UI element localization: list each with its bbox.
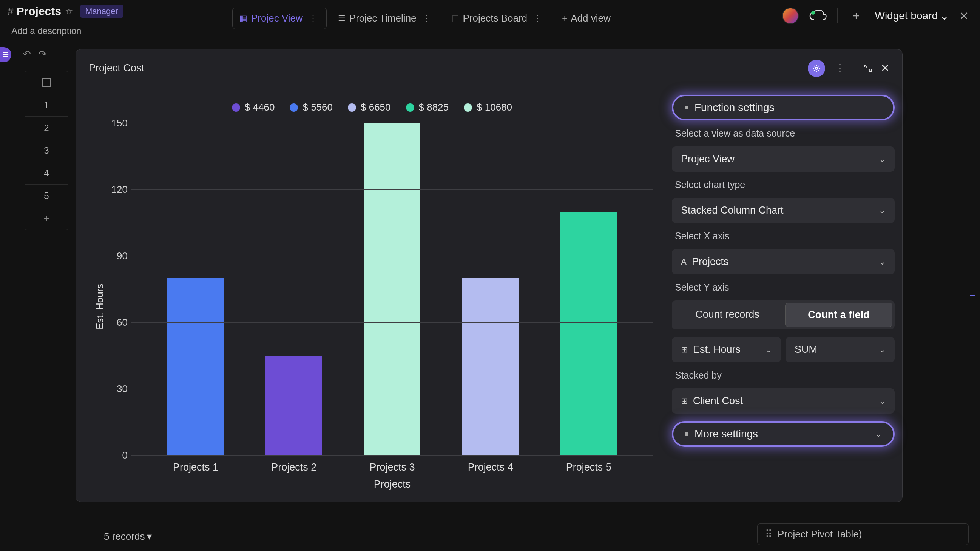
records-count-label: 5 records (104, 530, 145, 542)
y-tick-label: 60 (109, 317, 128, 328)
view-tab-timeline[interactable]: ☰ Projec Timeline ⋮ (331, 8, 440, 29)
x-axis-ticks: Projects 1Projects 2Projects 3Projects 4… (131, 456, 653, 473)
star-icon[interactable]: ☆ (65, 6, 73, 17)
chevron-down-icon: ⌄ (940, 10, 949, 22)
data-source-select[interactable]: Projec View ⌄ (672, 146, 895, 172)
tab-menu-icon[interactable]: ⋮ (420, 14, 433, 24)
x-axis-label: Projects (131, 478, 653, 490)
y-tick-label: 0 (109, 449, 128, 461)
chevron-down-icon: ⌄ (879, 154, 886, 164)
chart-bar[interactable] (266, 356, 322, 455)
records-count[interactable]: 5 records ▾ (11, 530, 152, 542)
page-title: Projects (17, 5, 61, 18)
row-numbers-column: 1 2 3 4 5 + (25, 71, 68, 230)
widget-board-label: Widget board (875, 10, 938, 22)
stacked-by-select[interactable]: ⊞ Client Cost ⌄ (672, 388, 895, 414)
view-tab-label: Projec Timeline (349, 13, 417, 24)
legend-label: $ 10680 (477, 102, 512, 113)
view-tab-projec-view[interactable]: ▦ Projec View ⋮ (232, 8, 327, 29)
formula-field-icon: ⊞ (681, 396, 688, 406)
legend-label: $ 8825 (419, 102, 449, 113)
settings-button[interactable] (808, 60, 825, 77)
row-number[interactable]: 3 (25, 139, 68, 162)
svg-point-0 (811, 11, 815, 15)
resize-handle[interactable] (970, 508, 975, 513)
y-axis-label: Est. Hours (91, 123, 109, 490)
timeline-icon: ☰ (338, 14, 345, 24)
select-value: Stacked Column Chart (681, 205, 784, 216)
add-row-button[interactable]: + (25, 207, 68, 230)
stacked-by-label: Stacked by (672, 370, 895, 381)
select-value: SUM (795, 344, 817, 356)
legend-item[interactable]: $ 5560 (290, 102, 333, 113)
legend-item[interactable]: $ 4460 (232, 102, 275, 113)
tab-menu-icon[interactable]: ⋮ (531, 14, 544, 24)
x-axis-select[interactable]: A̲ Projects ⌄ (672, 249, 895, 275)
close-button[interactable]: ✕ (881, 62, 889, 75)
widget-board-dropdown[interactable]: Widget board ⌄ (875, 10, 949, 22)
sync-cloud-icon[interactable] (809, 10, 827, 22)
add-widget-button[interactable]: + (848, 9, 864, 23)
row-number[interactable]: 2 (25, 117, 68, 139)
undo-button[interactable]: ↶ (23, 48, 31, 60)
legend-item[interactable]: $ 8825 (406, 102, 449, 113)
settings-panel: Function settings Select a view as data … (668, 87, 902, 502)
chart-bar[interactable] (364, 123, 420, 455)
row-number[interactable]: 5 (25, 184, 68, 207)
chart-bar[interactable] (560, 212, 617, 455)
more-settings-section[interactable]: More settings ⌄ (672, 421, 895, 447)
y-axis-mode-segment: Count records Count a field (672, 300, 895, 329)
bullet-icon (685, 432, 689, 436)
legend-dot-icon (464, 103, 472, 112)
sidebar-toggle[interactable] (0, 47, 11, 62)
add-view-label: Add view (571, 13, 611, 24)
x-tick-label: Projects 5 (566, 462, 611, 473)
chart-area: $ 4460$ 5560$ 6650$ 8825$ 10680 Est. Hou… (76, 87, 668, 502)
legend-label: $ 5560 (302, 102, 333, 113)
topright-controls: + Widget board ⌄ ✕ (782, 8, 969, 24)
count-records-option[interactable]: Count records (674, 303, 781, 327)
legend-dot-icon (232, 103, 240, 112)
more-options-button[interactable]: ⋮ (834, 62, 846, 74)
select-all-checkbox[interactable] (25, 71, 68, 94)
y-field-select[interactable]: ⊞ Est. Hours ⌄ (672, 337, 781, 362)
undo-redo: ↶ ↷ (23, 48, 47, 60)
section-title: Function settings (695, 102, 775, 114)
y-tick-label: 150 (109, 118, 128, 129)
y-tick-label: 90 (109, 250, 128, 262)
chart-bar[interactable] (462, 278, 519, 455)
legend-label: $ 4460 (245, 102, 275, 113)
x-tick-label: Projects 1 (173, 462, 218, 473)
pivot-label: Project Pivot Table) (778, 528, 862, 540)
close-panel-button[interactable]: ✕ (959, 10, 969, 23)
count-field-option[interactable]: Count a field (785, 303, 892, 327)
tab-menu-icon[interactable]: ⋮ (307, 14, 320, 24)
legend-item[interactable]: $ 6650 (348, 102, 391, 113)
y-agg-select[interactable]: SUM ⌄ (786, 337, 895, 362)
avatar[interactable] (782, 8, 799, 24)
formula-field-icon: ⊞ (681, 345, 688, 355)
section-title: More settings (695, 428, 758, 440)
chevron-down-icon: ⌄ (879, 396, 886, 406)
modal-header: Project Cost ⋮ ✕ (76, 49, 902, 87)
hash-icon: # (8, 5, 14, 17)
view-tab-board[interactable]: ◫ Projects Board ⋮ (444, 8, 551, 29)
function-settings-section[interactable]: Function settings (672, 95, 895, 121)
drag-handle-icon[interactable]: ⠿ (765, 528, 773, 540)
expand-button[interactable] (863, 64, 872, 73)
chart-type-select[interactable]: Stacked Column Chart ⌄ (672, 198, 895, 223)
redo-button[interactable]: ↷ (38, 48, 47, 60)
pivot-table-widget[interactable]: ⠿ Project Pivot Table) (757, 524, 969, 545)
chart-plot-area: 0306090120150 (131, 123, 653, 456)
views-row: ▦ Projec View ⋮ ☰ Projec Timeline ⋮ ◫ Pr… (232, 8, 617, 29)
legend-item[interactable]: $ 10680 (464, 102, 512, 113)
y-tick-label: 30 (109, 383, 128, 395)
row-number[interactable]: 1 (25, 94, 68, 117)
resize-handle[interactable] (970, 291, 975, 296)
chevron-down-icon: ⌄ (875, 429, 882, 439)
chart-bar[interactable] (167, 278, 224, 455)
add-view-button[interactable]: + Add view (555, 8, 617, 29)
row-number[interactable]: 4 (25, 162, 68, 184)
board-icon: ◫ (451, 14, 459, 24)
select-value: Client Cost (693, 395, 743, 407)
